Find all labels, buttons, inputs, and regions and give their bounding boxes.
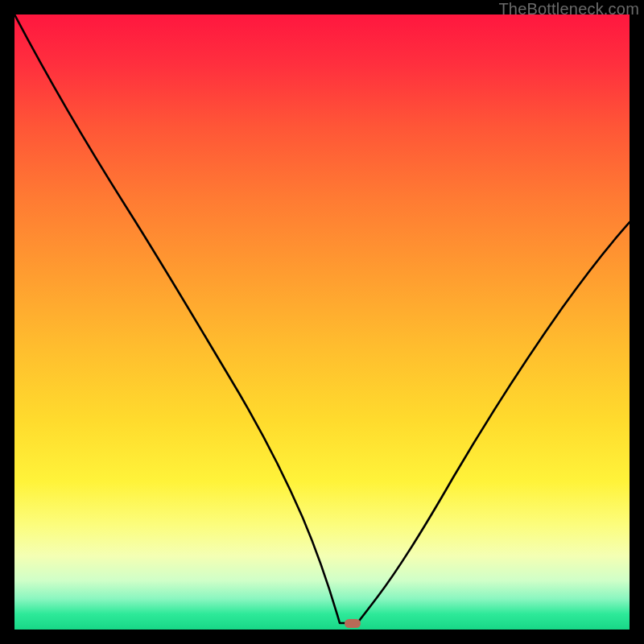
bottleneck-curve <box>14 14 630 630</box>
plot-area <box>14 14 630 630</box>
attribution-label: TheBottleneck.com <box>498 0 639 19</box>
optimal-marker <box>345 619 361 628</box>
curve-path <box>14 14 630 623</box>
chart-frame: TheBottleneck.com <box>0 0 644 644</box>
